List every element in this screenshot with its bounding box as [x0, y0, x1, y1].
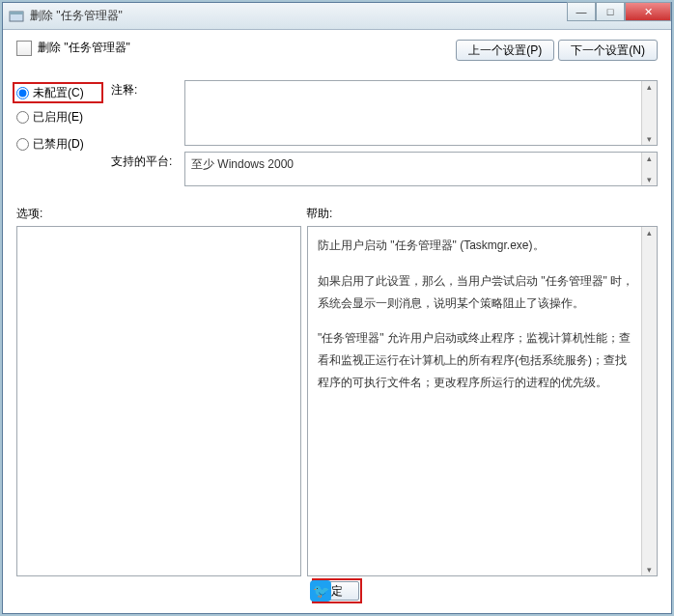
options-label: 选项: [16, 206, 306, 222]
window-title: 删除 "任务管理器" [30, 8, 567, 24]
radio-enabled[interactable]: 已启用(E) [16, 103, 103, 130]
previous-setting-button[interactable]: 上一个设置(P) [456, 40, 554, 61]
radio-not-configured-input[interactable] [16, 87, 29, 99]
document-icon [16, 41, 32, 56]
radio-disabled-input[interactable] [16, 138, 29, 151]
radio-disabled[interactable]: 已禁用(D) [16, 130, 103, 157]
platform-label: 支持的平台: [111, 152, 179, 186]
state-radios: 未配置(C) 已启用(E) 已禁用(D) [16, 80, 103, 192]
window-controls: — □ ✕ [567, 3, 671, 29]
bird-icon: 🐦 [310, 580, 331, 602]
scrollbar[interactable]: ▴▾ [641, 153, 657, 185]
help-p1: 防止用户启动 "任务管理器" (Taskmgr.exe)。 [318, 235, 637, 257]
dialog-window: 删除 "任务管理器" — □ ✕ 删除 "任务管理器" 上一个设置(P) 下一个… [2, 2, 672, 614]
help-p2: 如果启用了此设置，那么，当用户尝试启动 "任务管理器" 时，系统会显示一则消息，… [318, 270, 637, 315]
config-row: 未配置(C) 已启用(E) 已禁用(D) 注释: ▴▾ [16, 80, 658, 192]
help-content: 防止用户启动 "任务管理器" (Taskmgr.exe)。 如果启用了此设置，那… [308, 227, 657, 415]
titlebar[interactable]: 删除 "任务管理器" — □ ✕ [3, 3, 671, 30]
scrollbar[interactable]: ▴▾ [641, 81, 657, 145]
next-setting-button[interactable]: 下一个设置(N) [558, 40, 658, 61]
radio-enabled-label: 已启用(E) [33, 109, 83, 126]
comment-line: 注释: ▴▾ [111, 80, 658, 146]
header-row: 删除 "任务管理器" 上一个设置(P) 下一个设置(N) [16, 40, 658, 80]
radio-not-configured-label: 未配置(C) [33, 85, 84, 101]
radio-disabled-label: 已禁用(D) [33, 136, 84, 153]
help-panel: 防止用户启动 "任务管理器" (Taskmgr.exe)。 如果启用了此设置，那… [307, 226, 658, 576]
radio-not-configured[interactable]: 未配置(C) [13, 82, 103, 103]
comment-textbox[interactable]: ▴▾ [184, 80, 658, 146]
comment-value [185, 81, 657, 89]
scrollbar[interactable]: ▴▾ [641, 227, 657, 575]
app-icon [9, 9, 24, 24]
svg-rect-1 [10, 12, 23, 14]
help-label: 帮助: [306, 206, 332, 222]
close-button[interactable]: ✕ [625, 2, 671, 21]
radio-enabled-input[interactable] [16, 111, 29, 124]
minimize-button[interactable]: — [567, 2, 596, 21]
panels: 防止用户启动 "任务管理器" (Taskmgr.exe)。 如果启用了此设置，那… [16, 226, 658, 576]
options-panel [16, 226, 301, 576]
nav-buttons: 上一个设置(P) 下一个设置(N) [456, 40, 658, 61]
platform-line: 支持的平台: 至少 Windows 2000 ▴▾ [111, 152, 658, 186]
policy-header: 删除 "任务管理器" [16, 40, 130, 56]
policy-name: 删除 "任务管理器" [38, 40, 130, 56]
footer: 🐦 定 [16, 576, 658, 605]
maximize-button[interactable]: □ [596, 2, 625, 21]
comment-label: 注释: [111, 80, 179, 146]
platform-value: 至少 Windows 2000 [185, 153, 657, 177]
detail-column: 注释: ▴▾ 支持的平台: 至少 Windows 2000 ▴▾ [111, 80, 658, 192]
section-labels: 选项: 帮助: [16, 206, 658, 222]
client-area: 删除 "任务管理器" 上一个设置(P) 下一个设置(N) 未配置(C) 已启用(… [3, 30, 671, 613]
help-p3: "任务管理器" 允许用户启动或终止程序；监视计算机性能；查看和监视正运行在计算机… [318, 327, 637, 393]
platform-textbox: 至少 Windows 2000 ▴▾ [184, 152, 658, 186]
